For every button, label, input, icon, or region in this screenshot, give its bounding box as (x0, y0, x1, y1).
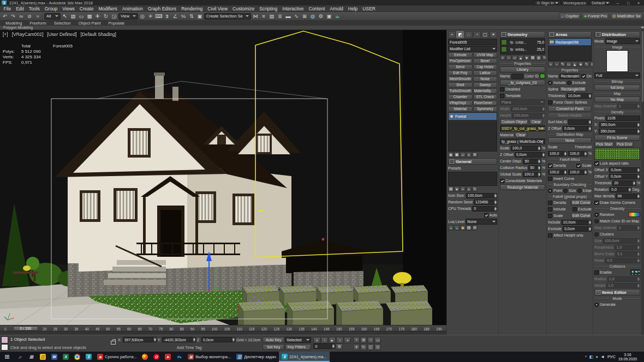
falloff-exclude-checkbox[interactable] (573, 207, 577, 212)
max-density-field[interactable]: 96 (616, 194, 640, 199)
snap-toggle-3d-icon[interactable]: 3 (163, 13, 171, 20)
schematic-view-icon[interactable]: ⊞ (301, 13, 308, 20)
window-crossing-icon[interactable]: ▦ (86, 13, 93, 20)
named-selection-sets-icon[interactable]: ▣ (196, 13, 204, 20)
distribution-rollout-header[interactable]: − Distribution (594, 31, 640, 38)
menu-item[interactable]: Views (60, 5, 77, 12)
disabled-checkbox[interactable] (500, 87, 504, 92)
opera-button[interactable]: O (151, 352, 162, 362)
configure-modifier-sets-icon[interactable]: ⚙ (472, 152, 478, 158)
density-y-field[interactable]: 350,0cm (599, 129, 640, 134)
menu-item[interactable]: Civil View (205, 5, 230, 12)
draw-gizmo-corners-checkbox[interactable] (594, 201, 599, 205)
window-3dsmax-button[interactable]: 3 2241_4(series).ma... (279, 352, 330, 362)
collisions-enable-checkbox[interactable] (594, 270, 599, 275)
ribbon-toggle-icon[interactable]: ▬ (284, 13, 292, 20)
diversity-map-channel-field[interactable]: 1 (617, 225, 640, 231)
spinner[interactable] (331, 344, 335, 348)
undo-icon[interactable]: ↶ (1, 13, 9, 20)
selection-filter-dropdown[interactable]: All (44, 13, 61, 20)
spinner[interactable] (541, 153, 545, 157)
falloff-density-curve-checkbox[interactable] (548, 201, 552, 205)
spinner[interactable] (537, 172, 540, 177)
pin-stack-icon[interactable]: ◉ (448, 152, 454, 158)
orbit-icon[interactable]: ↻ (360, 344, 367, 351)
window-monitor-button[interactable]: ▣ Выбор монитора... (185, 352, 234, 362)
spinner[interactable] (153, 337, 156, 342)
tray-expand-icon[interactable]: ^ (585, 354, 587, 359)
3dsmax-pinned-button[interactable]: 3 (83, 352, 94, 362)
falloff-scale-checkbox[interactable] (576, 164, 581, 168)
show-end-result-icon[interactable]: ▣ (454, 152, 460, 158)
falloff-exclude-field[interactable]: 0,0cm (563, 226, 592, 232)
global-scale-field[interactable]: 100,0 (523, 172, 541, 177)
mirror-icon[interactable]: ⋈ (252, 13, 259, 20)
workspaces-dropdown[interactable]: Default (589, 1, 611, 5)
spinner[interactable] (541, 107, 545, 111)
map-channel-field[interactable]: 1 (617, 104, 640, 109)
utilities-tab[interactable]: ✶ (490, 31, 497, 38)
remove-modifier-icon[interactable]: × (466, 152, 472, 158)
spinner[interactable] (636, 283, 640, 288)
consolidate-materials-checkbox[interactable] (500, 179, 504, 183)
distribution-image-preview[interactable] (606, 50, 628, 72)
key-filters-button[interactable]: Key Filters... (285, 344, 311, 350)
menu-item[interactable]: Help (345, 5, 360, 12)
geo-pick-icon[interactable]: ↖ (542, 55, 546, 61)
clock[interactable]: 3:16 19.09.2020 (618, 353, 637, 361)
spinner[interactable] (493, 207, 497, 211)
convert-to-paint-button[interactable]: Convert to Paint (548, 106, 592, 112)
distribution-map-none-button[interactable]: None (548, 137, 592, 143)
boundary-point-radio[interactable] (548, 189, 552, 193)
spinner[interactable] (563, 152, 567, 156)
task-view-button[interactable]: ▦ (26, 352, 37, 362)
falloff-include-field[interactable]: 10,0cm (562, 220, 592, 225)
preset-save-icon[interactable]: ▼ (454, 186, 460, 192)
spinner[interactable] (588, 120, 591, 124)
surf-mat-id-field[interactable] (568, 119, 592, 125)
modifier-button[interactable]: MeshSmooth (448, 76, 473, 82)
sign-in-button[interactable]: ⊙ Sign In (534, 1, 560, 5)
template-type-dropdown[interactable]: Plane (500, 99, 545, 105)
mateditor-button[interactable]: ◍ MatEditor Se (610, 13, 643, 20)
select-models-button[interactable]: Select models (548, 112, 592, 118)
set-key-button[interactable]: Set Key (263, 344, 284, 350)
scale-field[interactable]: 100,0 (511, 146, 541, 151)
viewport-label-part[interactable]: [Default Shading] (81, 32, 116, 37)
minimize-button[interactable]: – (614, 1, 622, 5)
spinner[interactable] (636, 129, 640, 134)
library-button[interactable]: Library (500, 67, 545, 73)
geo-copy-icon[interactable]: ▱ (512, 55, 517, 61)
hierarchy-tab[interactable]: ∴ (464, 31, 472, 38)
file-explorer-button[interactable]: ▥ (37, 352, 49, 362)
spline-pick-button[interactable]: Rectangle096 (559, 86, 586, 92)
general-rollout-header[interactable]: − General (448, 158, 497, 165)
maxscript-mini-listener[interactable] (1, 336, 8, 351)
modifier-button[interactable]: STL Check (473, 94, 498, 100)
geometry-rollout-header[interactable]: − Geometry (500, 31, 545, 38)
spinner[interactable] (632, 181, 635, 185)
geo-up-icon[interactable]: ▲ (518, 55, 523, 61)
modifier-button[interactable]: Bevel (473, 58, 498, 64)
spinner[interactable] (636, 239, 640, 243)
modifier-button[interactable]: ProOptimizer (448, 58, 473, 64)
render-setup-icon[interactable]: ⚙ (317, 13, 325, 20)
map-button[interactable]: No Map (594, 96, 640, 102)
blurry-edge-field[interactable]: 0,1 (616, 251, 640, 257)
menu-item[interactable]: Animation (120, 5, 145, 12)
spinner[interactable] (588, 94, 591, 98)
menu-item[interactable]: Modifiers (96, 5, 120, 12)
modifier-button[interactable]: FloorGenerator (473, 100, 498, 106)
boundary-edge-radio[interactable] (577, 189, 582, 193)
ribbon-tab[interactable]: Modeling (2, 21, 26, 26)
add-time-tag[interactable]: Add Time Tag (177, 345, 202, 350)
include-radio[interactable] (548, 81, 552, 85)
spinner[interactable] (636, 245, 640, 250)
area-paint-icon[interactable]: ✎ (560, 62, 565, 67)
area-remove-icon[interactable]: − (554, 62, 559, 67)
area-scale-field[interactable]: 100,0 (548, 151, 567, 156)
clear-material-button[interactable]: Clear (515, 132, 527, 138)
select-by-name-icon[interactable]: ▤ (69, 13, 77, 20)
area-down-icon[interactable]: ▼ (578, 62, 583, 67)
geo-add-icon[interactable]: + (500, 55, 505, 61)
